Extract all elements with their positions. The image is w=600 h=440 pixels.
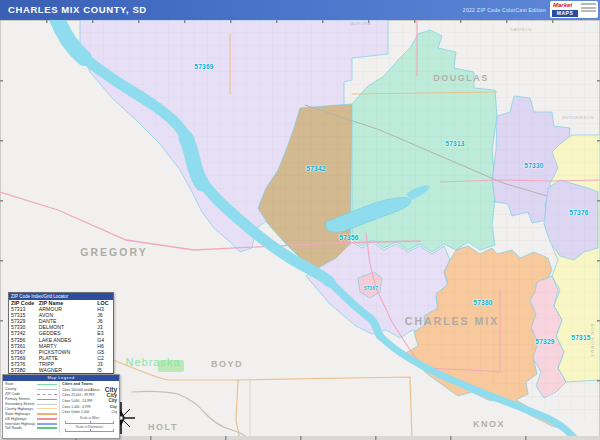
us-hwy-swatch <box>37 418 57 420</box>
zip-label-57315: 57315 <box>571 334 591 341</box>
zip-line-swatch <box>37 394 57 395</box>
zip-label-57342: 57342 <box>306 165 326 172</box>
brand-logo-fineprint <box>581 3 596 14</box>
map-legend: Map Legend State County ZIP Code Primary… <box>2 374 120 439</box>
brand-logo-bottom: MAPS <box>552 10 578 17</box>
scale-bar-miles: Scale in Miles <box>62 416 117 424</box>
title-bar: CHARLES MIX COUNTY, SD 2022 ZIP Code Col… <box>0 0 600 20</box>
state-line-swatch <box>37 384 57 385</box>
interstate-swatch <box>37 423 57 425</box>
table-row: 57380WAGNERI5 <box>9 367 113 373</box>
zip-label-57329: 57329 <box>535 338 555 345</box>
zip-label-57380: 57380 <box>473 299 493 306</box>
scale-bar-km: Scale in Kilometers <box>62 425 117 433</box>
county-label-charles-mix: CHARLES MIX <box>405 315 499 327</box>
state-hwy-swatch <box>37 413 57 415</box>
legend-line-items: State County ZIP Code Primary Streets Se… <box>3 381 60 433</box>
zip-label-57376: 57376 <box>569 209 589 216</box>
county-label-douglas: DOUGLAS <box>433 73 489 83</box>
zip-index-title: ZIP Code Index/Grid Locator <box>9 293 113 300</box>
zip-index-table: ZIP Code Index/Grid Locator ZIP Code ZIP… <box>8 292 114 378</box>
zip-label-57367: 57367 <box>364 286 378 291</box>
city-size-row: Cities Under 1,000City <box>62 409 117 415</box>
legend-item-toll: Toll Roads <box>5 426 57 431</box>
table-row: 57356LAKE ANDESG4 <box>9 337 113 343</box>
county-label-knox: KNOX <box>473 419 505 429</box>
county-label-bon-homme: BON HOMME <box>590 324 595 358</box>
legend-city-items: Cities and Towns Cities 100,000 and Abov… <box>60 381 119 433</box>
county-label-davison: DAVISON <box>510 27 531 32</box>
secondary-street-swatch <box>37 404 57 405</box>
zip-label-57369: 57369 <box>194 63 214 70</box>
zip-label-57356: 57356 <box>339 234 359 241</box>
toll-road-swatch <box>37 427 57 429</box>
city-size-row: Cities 5,000 - 24,999City <box>62 398 117 404</box>
county-hwy-swatch <box>37 408 57 409</box>
map-canvas: 57369 57342 57313 57330 57376 57356 5736… <box>0 20 600 440</box>
city-size-row: Cities 25,000 - 99,999City <box>62 393 117 399</box>
edition-label: 2022 ZIP Code ColorCast Edition <box>463 0 546 20</box>
page-title: CHARLES MIX COUNTY, SD <box>8 0 147 20</box>
brand-logo: Market MAPS <box>550 1 598 18</box>
zip-label-57313: 57313 <box>445 140 465 147</box>
table-row: 57367PICKSTOWNG5 <box>9 349 113 355</box>
county-line-swatch <box>37 389 57 390</box>
zip-label-57330: 57330 <box>524 162 544 169</box>
map-page: CHARLES MIX COUNTY, SD 2022 ZIP Code Col… <box>0 0 600 440</box>
primary-street-swatch <box>37 399 57 400</box>
county-label-gregory: GREGORY <box>80 246 147 258</box>
brand-logo-top: Market <box>553 2 572 8</box>
county-label-holt: HOLT <box>148 422 178 432</box>
county-label-boyd: BOYD <box>211 359 243 369</box>
county-label-hutchinson: HUTCHINSON <box>562 115 594 120</box>
state-label-nebraska: Nebraska <box>125 356 180 368</box>
county-label-aurora: AURORA <box>351 21 371 26</box>
